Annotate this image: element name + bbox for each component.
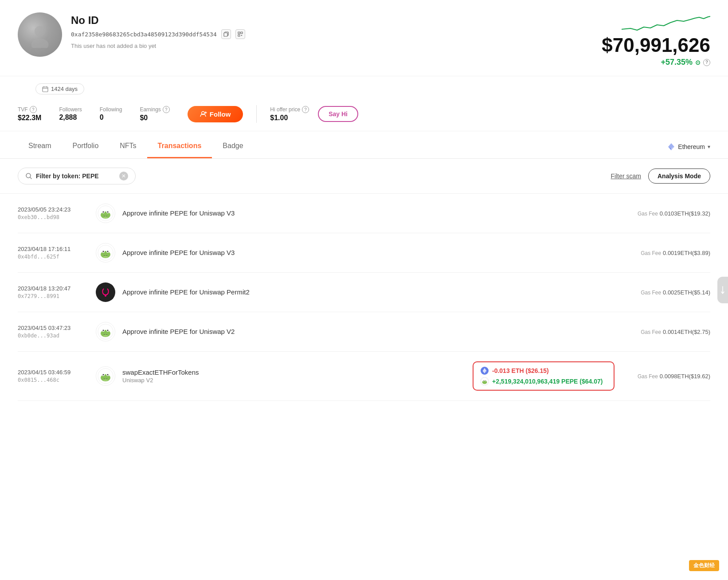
svg-rect-6 <box>241 35 242 36</box>
tx-action: Approve infinite PEPE for Uniswap Permit… <box>122 288 614 296</box>
profile-bio: This user has not added a bio yet <box>71 43 245 49</box>
tx-description: Approve infinite PEPE for Uniswap V3 <box>122 209 614 218</box>
table-row: 2023/04/15 03:47:23 0xb0de...93ad Approv… <box>18 312 710 352</box>
tx-amount-pepe: +2,519,324,010,963,419 PEPE ($64.07) <box>481 377 607 385</box>
svg-point-41 <box>107 374 109 376</box>
tx-protocol-icon <box>96 366 115 386</box>
portfolio-change: +57.35% ⊙ ? <box>602 58 710 67</box>
hi-offer-stat: Hi offer price ? $1.00 <box>270 106 309 122</box>
tab-stream[interactable]: Stream <box>18 135 62 158</box>
chain-label: Ethereum <box>678 143 705 150</box>
tx-meta: 2023/04/18 17:16:11 0x4bfd...625f <box>18 246 89 260</box>
scroll-hint[interactable] <box>717 277 728 303</box>
chain-dropdown-icon: ▾ <box>708 144 710 150</box>
table-row: 2023/04/15 03:46:59 0x0815...468c swapEx… <box>18 352 710 401</box>
tabs-section: Stream Portfolio NFTs Transactions Badge… <box>0 135 728 159</box>
tvf-stat: TVF ? $22.3M <box>18 106 41 122</box>
tx-time: 2023/05/05 23:24:23 <box>18 206 89 213</box>
following-value: 0 <box>100 114 122 121</box>
gas-label: Gas Fee <box>638 211 658 217</box>
tab-nfts[interactable]: NFTs <box>109 135 147 158</box>
copy-address-button[interactable] <box>221 29 231 39</box>
svg-point-51 <box>483 380 484 381</box>
pepe-icon <box>481 377 489 385</box>
portfolio-value: $70,991,626 <box>602 35 710 55</box>
tvf-help-icon[interactable]: ? <box>30 106 37 113</box>
follow-button[interactable]: Follow <box>188 106 243 122</box>
tx-description: Approve infinite PEPE for Uniswap V3 <box>122 249 614 257</box>
svg-point-48 <box>482 380 487 384</box>
profile-address: 0xaf2358e98683265cbd3a48509123d390ddf545… <box>71 31 217 38</box>
followers-value: 2,888 <box>59 114 82 121</box>
portfolio-help-icon[interactable]: ? <box>703 59 710 66</box>
filter-bar: ✕ Filter scam Analysis Mode <box>0 159 728 194</box>
profile-right: $70,991,626 +57.35% ⊙ ? <box>602 12 710 67</box>
say-hi-button[interactable]: Say Hi <box>318 106 358 122</box>
tx-amount-eth: -0.013 ETH ($26.15) <box>481 367 607 375</box>
filter-scam-link[interactable]: Filter scam <box>611 172 641 180</box>
svg-rect-2 <box>224 33 227 36</box>
earnings-label: Earnings ? <box>140 106 169 113</box>
svg-point-25 <box>107 251 109 252</box>
clear-filter-button[interactable]: ✕ <box>119 172 128 180</box>
calendar-icon <box>42 86 48 92</box>
profile-info: No ID 0xaf2358e98683265cbd3a48509123d390… <box>71 12 245 49</box>
svg-point-0 <box>35 26 45 37</box>
svg-point-35 <box>103 335 108 337</box>
profile-section: No ID 0xaf2358e98683265cbd3a48509123d390… <box>0 0 728 76</box>
tx-protocol-icon <box>96 282 115 302</box>
gas-label: Gas Fee <box>638 373 658 380</box>
follow-icon <box>200 110 207 118</box>
tx-meta: 2023/05/05 23:24:23 0xeb30...bd98 <box>18 206 89 220</box>
tx-time: 2023/04/15 03:46:59 <box>18 369 89 376</box>
tx-gas: Gas Fee 0.0025ETH($5.14) <box>622 289 710 296</box>
tvf-value: $22.3M <box>18 114 41 122</box>
filter-input[interactable] <box>36 172 116 180</box>
tx-action: Approve infinite PEPE for Uniswap V3 <box>122 209 614 217</box>
qr-code-button[interactable] <box>235 29 245 39</box>
tab-badge[interactable]: Badge <box>212 135 254 158</box>
svg-rect-27 <box>98 284 114 300</box>
tx-meta: 2023/04/15 03:47:23 0xb0de...93ad <box>18 325 89 339</box>
svg-point-33 <box>103 330 104 331</box>
tab-transactions[interactable]: Transactions <box>147 135 212 158</box>
svg-rect-4 <box>241 32 243 34</box>
gas-value: 0.0103ETH($19.32) <box>660 210 710 217</box>
tx-meta: 2023/04/15 03:46:59 0x0815...468c <box>18 369 89 383</box>
watermark: 金色财经 <box>689 560 719 571</box>
tx-hash[interactable]: 0xeb30...bd98 <box>18 214 89 220</box>
ethereum-icon <box>667 143 675 151</box>
tabs-left: Stream Portfolio NFTs Transactions Badge <box>18 135 254 158</box>
svg-point-40 <box>103 374 104 376</box>
followers-stat: Followers 2,888 <box>59 106 82 121</box>
analysis-mode-button[interactable]: Analysis Mode <box>648 169 710 184</box>
table-row: 2023/04/18 13:20:47 0x7279...8991 Approv… <box>18 273 710 312</box>
days-badge: 1424 days <box>35 83 84 94</box>
gas-value: 0.0014ETH($2.75) <box>663 329 710 335</box>
tx-action: swapExactETHForTokens <box>122 368 466 376</box>
svg-rect-3 <box>238 32 240 34</box>
profile-left: No ID 0xaf2358e98683265cbd3a48509123d390… <box>18 12 245 57</box>
hi-offer-help-icon[interactable]: ? <box>302 106 309 113</box>
tx-amounts-box: -0.013 ETH ($26.15) +2,519,324,010,963,4… <box>473 361 614 391</box>
amount-eth-value: -0.013 ETH ($26.15) <box>492 367 549 374</box>
tx-time: 2023/04/18 13:20:47 <box>18 285 89 292</box>
svg-point-42 <box>103 379 108 381</box>
tx-meta: 2023/04/18 13:20:47 0x7279...8991 <box>18 285 89 299</box>
tx-hash[interactable]: 0x0815...468c <box>18 377 89 383</box>
tx-gas: Gas Fee 0.0103ETH($19.32) <box>622 210 710 217</box>
table-row: 2023/05/05 23:24:23 0xeb30...bd98 Approv… <box>18 194 710 233</box>
svg-point-17 <box>103 212 104 213</box>
followers-label: Followers <box>59 106 82 113</box>
tx-protocol-icon <box>96 243 115 263</box>
tx-hash[interactable]: 0xb0de...93ad <box>18 333 89 339</box>
tx-hash[interactable]: 0x4bfd...625f <box>18 254 89 260</box>
tab-portfolio[interactable]: Portfolio <box>62 135 110 158</box>
chain-selector[interactable]: Ethereum ▾ <box>667 143 710 151</box>
tx-hash[interactable]: 0x7279...8991 <box>18 293 89 299</box>
gas-value: 0.0098ETH($19.62) <box>660 373 710 380</box>
tx-description: Approve infinite PEPE for Uniswap Permit… <box>122 288 614 297</box>
earnings-value: $0 <box>140 114 169 122</box>
gas-value: 0.0019ETH($3.89) <box>663 250 710 256</box>
earnings-help-icon[interactable]: ? <box>163 106 170 113</box>
